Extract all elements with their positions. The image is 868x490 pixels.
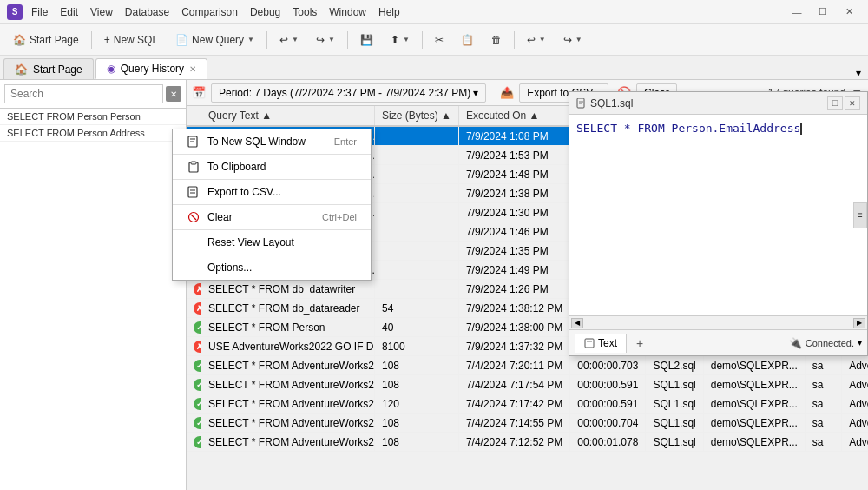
tab-start-page[interactable]: 🏠 Start Page (3, 58, 94, 79)
table-cell: 7/9/2024 1:53 PM (458, 146, 569, 165)
start-page-label: Start Page (30, 34, 79, 46)
col-executed-on[interactable]: Executed On ▲ (458, 106, 569, 126)
table-cell: demo\SQLEXPR... (703, 375, 805, 394)
new-query-button[interactable]: 📄 New Query ▼ (168, 29, 262, 51)
menu-edit[interactable]: Edit (55, 4, 83, 20)
table-cell (375, 222, 459, 242)
clear-menu-icon (187, 210, 201, 224)
tab-query-history[interactable]: ◉ Query History ✕ (95, 58, 207, 79)
menu-database[interactable]: Database (120, 4, 174, 20)
new-query-dropdown-icon: ▼ (247, 36, 254, 43)
list-item[interactable]: SELECT FROM Person Person (0, 109, 186, 125)
popup-close-button[interactable]: ✕ (845, 96, 860, 110)
sql-editor-area[interactable]: SELECT * FROM Person.EmailAddress (569, 115, 867, 315)
search-input[interactable] (4, 84, 163, 103)
table-cell: 7/9/2024 1:38 PM (458, 184, 569, 203)
sql-popup-title: SQL1.sql (576, 97, 633, 109)
minimize-button[interactable]: — (785, 3, 809, 22)
text-tab[interactable]: Text (575, 334, 627, 353)
maximize-button[interactable]: ☐ (811, 3, 835, 22)
table-cell: 7/9/2024 1:26 PM (458, 280, 569, 299)
query-history-close-icon[interactable]: ✕ (189, 64, 196, 74)
table-row[interactable]: ✓SELECT * FROM AdventureWorks2022.Person… (187, 375, 868, 394)
window-controls: — ☐ ✕ (785, 3, 861, 22)
query-history-tab-icon: ◉ (107, 63, 115, 75)
table-row[interactable]: ✓SELECT * FROM AdventureWorks2022.Person… (187, 356, 868, 375)
svg-rect-4 (191, 162, 196, 164)
connection-indicator: 🔌 Connected. ▾ (789, 337, 862, 349)
toolbar-separator-2 (266, 31, 267, 49)
search-clear-button[interactable]: ✕ (166, 86, 181, 102)
menu-window[interactable]: Window (324, 4, 372, 20)
upload-button[interactable]: ⬆▼ (383, 29, 418, 51)
context-menu: To New SQL Window Enter To Clipboard Exp… (172, 129, 372, 281)
undo-button[interactable]: ↩▼ (519, 29, 554, 51)
col-query-text[interactable]: Query Text ▲ (201, 106, 375, 126)
menu-help[interactable]: Help (373, 4, 405, 20)
menu-file[interactable]: File (26, 4, 53, 20)
tab-bar-dropdown[interactable]: ▾ (856, 67, 868, 79)
menu-tools[interactable]: Tools (287, 4, 322, 20)
table-cell (375, 184, 459, 203)
context-menu-item-options[interactable]: Options... (173, 255, 371, 280)
save-button[interactable]: 💾 (352, 29, 381, 51)
close-button[interactable]: ✕ (837, 3, 861, 22)
execute-button[interactable]: ↩▼ (272, 29, 306, 51)
table-cell: SELECT * FROM AdventureWorks2022.Person.… (201, 375, 375, 394)
popup-restore-button[interactable]: ☐ (827, 96, 843, 110)
text-tab-label: Text (598, 337, 617, 349)
left-panel: ✕ SELECT FROM Person Person SELECT FROM … (0, 80, 187, 490)
context-menu-item-new-sql-window[interactable]: To New SQL Window Enter (173, 129, 371, 155)
context-menu-item-clipboard[interactable]: To Clipboard (173, 155, 371, 180)
context-menu-item-clear[interactable]: Clear Ctrl+Del (173, 205, 371, 230)
context-menu-item-reset-layout[interactable]: Reset View Layout (173, 230, 371, 255)
table-row[interactable]: ✓SELECT * FROM AdventureWorks2022.HumanR… (187, 394, 868, 414)
table-cell: SQL1.sql (646, 375, 703, 394)
menu-comparison[interactable]: Comparison (176, 4, 243, 20)
side-scroll-button[interactable]: ≡ (853, 202, 867, 228)
connection-dropdown-button[interactable]: ▾ (858, 338, 862, 348)
add-tab-button[interactable]: + (630, 334, 649, 353)
col-size[interactable]: Size (Bytes) ▲ (375, 106, 459, 126)
table-cell: 7/9/2024 1:38:12 PM (458, 299, 569, 318)
start-page-button[interactable]: 🏠 Start Page (5, 29, 87, 51)
table-cell: 7/4/2024 7:17:42 PM (458, 394, 569, 414)
reset-layout-label: Reset View Layout (207, 236, 294, 248)
table-cell: 7/9/2024 1:37:32 PM (458, 337, 569, 356)
options-icon (187, 261, 201, 275)
delete-button[interactable]: 🗑 (483, 29, 510, 51)
title-bar: S File Edit View Database Comparison Deb… (0, 0, 868, 24)
table-row[interactable]: ✓SELECT * FROM AdventureWorks2022.Person… (187, 433, 868, 452)
table-cell: SQL1.sql (646, 414, 703, 433)
table-cell: sa (805, 394, 841, 414)
table-cell (375, 203, 459, 222)
period-label: Period: 7 Days (7/2/2024 2:37 PM - 7/9/2… (219, 87, 470, 99)
redo-button[interactable]: ↪▼ (556, 29, 590, 51)
copy-button[interactable]: 📋 (453, 29, 482, 51)
scroll-left-button[interactable]: ◀ (571, 318, 583, 328)
scroll-right-button[interactable]: ▶ (853, 318, 865, 328)
table-cell: 00:00:00.591 (570, 394, 646, 414)
cut-button[interactable]: ✂ (427, 29, 451, 51)
table-cell (375, 146, 459, 165)
new-sql-button[interactable]: + New SQL (96, 29, 166, 51)
connected-label: Connected. (806, 338, 854, 348)
horizontal-scrollbar: ◀ ▶ (569, 315, 867, 329)
context-menu-item-export-csv[interactable]: Export to CSV... (173, 180, 371, 205)
app-icon: S (7, 4, 23, 20)
menu-view[interactable]: View (85, 4, 118, 20)
new-sql-window-shortcut: Enter (334, 136, 357, 147)
table-row[interactable]: ✓SELECT * FROM AdventureWorks2022.Person… (187, 414, 868, 433)
list-item[interactable]: SELECT FROM Person Address (0, 125, 186, 142)
table-cell: sa (805, 356, 841, 375)
scroll-track[interactable] (585, 320, 852, 327)
period-filter-button[interactable]: Period: 7 Days (7/2/2024 2:37 PM - 7/9/2… (211, 83, 486, 103)
toolbar-separator-1 (91, 31, 92, 49)
table-cell: 7/9/2024 1:30 PM (458, 203, 569, 222)
table-cell: 00:00:00.591 (570, 375, 646, 394)
table-cell: sa (805, 433, 841, 452)
execute-all-button[interactable]: ↪▼ (308, 29, 343, 51)
row-status: ✓ (187, 394, 201, 414)
toolbar-separator-3 (347, 31, 348, 49)
menu-debug[interactable]: Debug (245, 4, 286, 20)
